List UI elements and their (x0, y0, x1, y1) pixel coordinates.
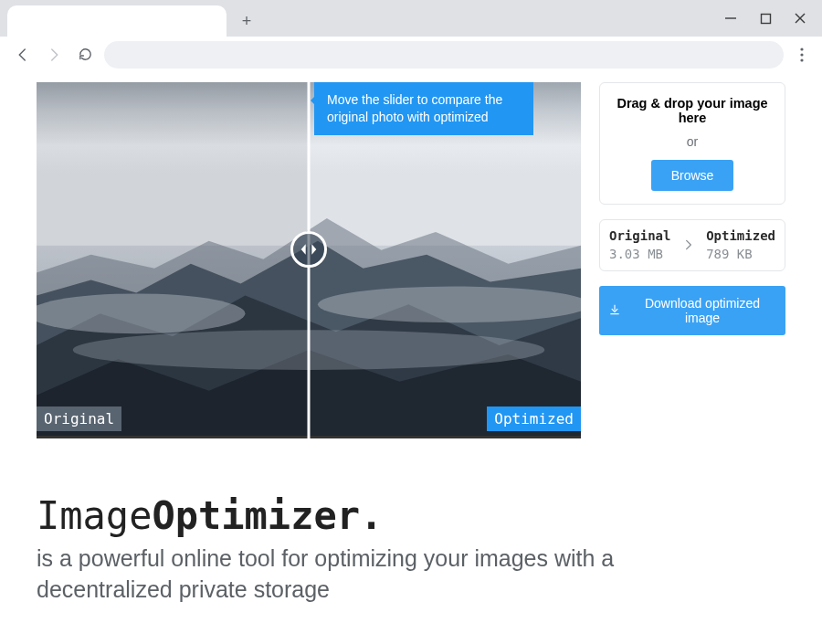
comparison-handle-icon[interactable] (290, 231, 327, 268)
image-comparison[interactable]: Move the slider to compare the original … (37, 82, 581, 438)
chevron-right-icon (679, 235, 699, 257)
close-icon[interactable] (791, 9, 809, 27)
size-optimized-value: 789 KB (706, 246, 775, 264)
download-button[interactable]: Download optimized image (599, 286, 785, 335)
maximize-icon[interactable] (756, 9, 775, 27)
dropzone-or: or (613, 134, 772, 149)
download-icon (608, 303, 621, 319)
svg-point-10 (318, 286, 581, 322)
svg-rect-13 (610, 313, 618, 314)
label-optimized: Optimized (487, 406, 581, 431)
forward-icon (42, 43, 66, 67)
size-comparison: Original 3.03 MB Optimized 789 KB (599, 219, 785, 271)
size-original-label: Original (609, 227, 670, 246)
browser-toolbar (0, 37, 822, 73)
download-label: Download optimized image (628, 296, 776, 325)
reload-icon[interactable] (73, 43, 97, 67)
svg-point-5 (800, 53, 803, 56)
size-optimized-label: Optimized (706, 227, 775, 246)
browse-button[interactable]: Browse (651, 160, 734, 191)
svg-rect-12 (37, 82, 309, 436)
browser-tab-strip: + (0, 0, 822, 37)
svg-rect-1 (761, 14, 770, 23)
back-icon[interactable] (11, 43, 35, 67)
tagline: is a powerful online tool for optimizing… (37, 544, 694, 606)
minimize-icon[interactable] (722, 9, 740, 27)
size-original-value: 3.03 MB (609, 246, 670, 264)
menu-icon[interactable] (791, 44, 813, 66)
dropzone[interactable]: Drag & drop your image here or Browse (599, 82, 785, 205)
slider-tooltip: Move the slider to compare the original … (314, 82, 533, 135)
window-controls (709, 0, 822, 37)
svg-point-6 (800, 58, 803, 61)
svg-point-4 (800, 48, 803, 50)
brand-title: ImageOptimizer. (37, 493, 785, 538)
label-original: Original (37, 406, 121, 431)
url-bar[interactable] (104, 41, 784, 69)
dropzone-title: Drag & drop your image here (613, 96, 772, 125)
browser-tab[interactable] (7, 5, 227, 37)
new-tab-button[interactable]: + (234, 8, 259, 34)
